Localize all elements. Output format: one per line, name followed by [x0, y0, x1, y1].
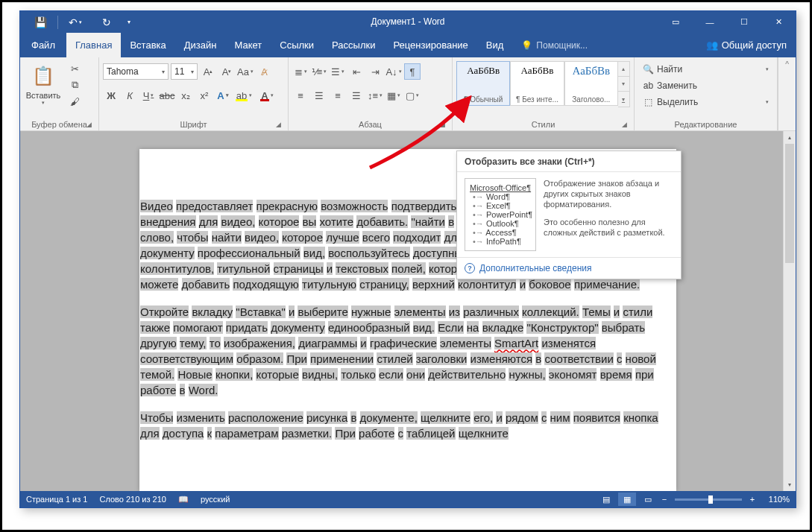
- text-effects-icon[interactable]: A: [215, 87, 231, 104]
- close-icon[interactable]: ✕: [761, 11, 796, 33]
- borders-icon[interactable]: ▢: [404, 87, 421, 104]
- zoom-out-icon[interactable]: −: [660, 495, 669, 504]
- replace-button[interactable]: abЗаменить: [640, 78, 772, 93]
- redo-icon[interactable]: ↻: [91, 11, 122, 33]
- scroll-thumb[interactable]: [785, 144, 794, 263]
- dialog-launcher-icon[interactable]: ◢: [84, 120, 93, 129]
- italic-icon[interactable]: К: [122, 87, 138, 104]
- scroll-down-icon[interactable]: ▾: [784, 478, 796, 491]
- tell-me-search[interactable]: 💡Помощник...: [512, 33, 588, 57]
- share-button[interactable]: 👥Общий доступ: [697, 33, 796, 57]
- paste-icon: 📋: [32, 63, 54, 89]
- window-controls: ▭ — ☐ ✕: [658, 11, 796, 33]
- status-bar: Страница 1 из 1 Слово 210 из 210 📖 русск…: [20, 491, 796, 507]
- chevron-up-icon[interactable]: ▴: [618, 62, 629, 77]
- font-size-combo[interactable]: 11▾: [171, 63, 198, 80]
- group-editing-label: Редактирование: [675, 120, 737, 129]
- shading-icon[interactable]: ▦: [385, 87, 402, 104]
- zoom-level[interactable]: 110%: [760, 495, 790, 504]
- change-case-icon[interactable]: Aa: [237, 63, 254, 80]
- tab-layout[interactable]: Макет: [225, 33, 271, 57]
- status-proofing-icon[interactable]: 📖: [178, 495, 189, 504]
- clear-formatting-icon[interactable]: A̷: [256, 63, 272, 80]
- maximize-icon[interactable]: ☐: [727, 11, 761, 33]
- dialog-launcher-icon[interactable]: ◢: [438, 120, 447, 129]
- search-icon: 🔍: [643, 64, 654, 75]
- styles-gallery-scroll[interactable]: ▴ ▾ ▾̲: [618, 61, 630, 107]
- bulb-icon: 💡: [521, 40, 532, 51]
- zoom-slider[interactable]: [675, 498, 742, 501]
- subscript-icon[interactable]: x₂: [177, 87, 194, 104]
- increase-indent-icon[interactable]: ⇥: [367, 63, 383, 80]
- web-layout-icon[interactable]: ▭: [639, 493, 657, 506]
- align-left-icon[interactable]: ≡: [292, 87, 309, 104]
- highlight-color-icon[interactable]: ab: [233, 87, 254, 104]
- help-icon: ?: [465, 263, 475, 273]
- font-name-combo[interactable]: Tahoma▾: [103, 63, 169, 80]
- tab-home[interactable]: Главная: [66, 33, 121, 57]
- scroll-up-icon[interactable]: ▴: [784, 131, 796, 144]
- status-word-count[interactable]: Слово 210 из 210: [99, 495, 166, 504]
- tab-references[interactable]: Ссылки: [271, 33, 323, 57]
- grow-font-icon[interactable]: A▴: [200, 63, 216, 80]
- underline-icon[interactable]: Ч: [140, 87, 157, 104]
- bullets-icon[interactable]: ≣: [292, 63, 309, 80]
- superscript-icon[interactable]: x²: [196, 87, 213, 104]
- group-clipboard: 📋 Вставить ▾ ✂ ⧉ 🖌 Буфер обмена◢: [20, 57, 99, 130]
- dialog-launcher-icon[interactable]: ◢: [620, 120, 629, 129]
- save-icon[interactable]: 💾: [25, 11, 56, 33]
- multilevel-list-icon[interactable]: ☰: [330, 63, 346, 80]
- word-window: 💾 ↶ ▾ ↻ ▾ Документ1 - Word ▭ — ☐ ✕ Файл …: [19, 10, 796, 508]
- tab-file[interactable]: Файл: [20, 33, 66, 57]
- tooltip-description: Отображение знаков абзаца и других скрыт…: [544, 178, 673, 251]
- cut-icon[interactable]: ✂: [67, 61, 82, 76]
- align-center-icon[interactable]: ☰: [311, 87, 327, 104]
- vertical-scrollbar[interactable]: ▴ ▾: [783, 131, 796, 491]
- status-page[interactable]: Страница 1 из 1: [26, 495, 87, 504]
- read-mode-icon[interactable]: ▤: [597, 493, 615, 506]
- tab-design[interactable]: Дизайн: [175, 33, 226, 57]
- style-no-spacing[interactable]: АаБбВв ¶ Без инте...: [510, 61, 564, 106]
- qat-customize-icon[interactable]: ▾: [122, 11, 136, 33]
- copy-icon[interactable]: ⧉: [67, 77, 82, 92]
- paste-button[interactable]: 📋 Вставить ▾: [24, 60, 63, 109]
- tab-view[interactable]: Вид: [477, 33, 513, 57]
- font-color-icon[interactable]: A: [256, 87, 277, 104]
- decrease-indent-icon[interactable]: ⇤: [348, 63, 365, 80]
- zoom-in-icon[interactable]: +: [748, 495, 757, 504]
- numbering-icon[interactable]: ⅟≡: [311, 63, 327, 80]
- style-heading1[interactable]: АаБбВв Заголово...: [564, 61, 618, 106]
- strikethrough-icon[interactable]: abc: [159, 87, 175, 104]
- group-font: Tahoma▾ 11▾ A▴ A▾ Aa A̷ Ж К Ч abc x₂ x² …: [99, 57, 289, 130]
- ribbon-display-icon[interactable]: ▭: [658, 11, 693, 33]
- sign-in[interactable]: [676, 33, 697, 57]
- align-right-icon[interactable]: ≡: [330, 87, 346, 104]
- select-button[interactable]: ⬚Выделить ▾: [640, 95, 772, 110]
- group-paragraph-label: Абзац: [359, 120, 382, 129]
- dialog-launcher-icon[interactable]: ◢: [274, 120, 283, 129]
- share-icon: 👥: [706, 39, 718, 51]
- line-spacing-icon[interactable]: ↕≡: [367, 87, 383, 104]
- shrink-font-icon[interactable]: A▾: [218, 63, 235, 80]
- style-normal[interactable]: АаБбВв ¶ Обычный: [456, 61, 510, 106]
- bold-icon[interactable]: Ж: [103, 87, 119, 104]
- tab-mailings[interactable]: Рассылки: [323, 33, 384, 57]
- tab-review[interactable]: Рецензирование: [384, 33, 476, 57]
- status-language[interactable]: русский: [201, 495, 230, 504]
- show-marks-icon[interactable]: ¶: [404, 63, 421, 80]
- tooltip-more-info[interactable]: ? Дополнительные сведения: [457, 257, 681, 279]
- chevron-down-icon[interactable]: ▾: [618, 77, 629, 92]
- sort-icon[interactable]: A↓: [385, 63, 402, 80]
- tab-insert[interactable]: Вставка: [121, 33, 174, 57]
- minimize-icon[interactable]: —: [693, 11, 727, 33]
- justify-icon[interactable]: ☰: [348, 87, 365, 104]
- styles-expand-icon[interactable]: ▾̲: [618, 92, 629, 107]
- group-editing: 🔍Найти ▾ abЗаменить ⬚Выделить ▾ Редактир…: [635, 57, 778, 130]
- print-layout-icon[interactable]: ▦: [618, 493, 636, 506]
- undo-icon[interactable]: ↶ ▾: [60, 11, 91, 33]
- format-painter-icon[interactable]: 🖌: [67, 94, 82, 109]
- quick-access-toolbar: 💾 ↶ ▾ ↻ ▾: [25, 11, 136, 33]
- collapse-ribbon-icon[interactable]: ^: [778, 57, 796, 130]
- ribbon-tabs: Файл Главная Вставка Дизайн Макет Ссылки…: [20, 33, 796, 57]
- find-button[interactable]: 🔍Найти ▾: [640, 62, 772, 77]
